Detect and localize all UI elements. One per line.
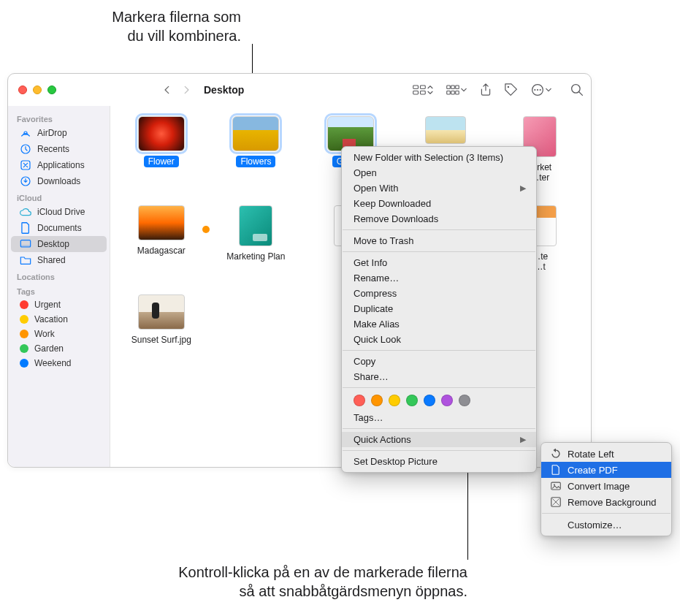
ctx-tags[interactable]: Tags… xyxy=(342,410,536,425)
quick-actions-submenu: Rotate Left Create PDF Convert Image Rem… xyxy=(540,442,672,536)
sidebar-tag-urgent[interactable]: Urgent xyxy=(11,297,107,312)
sidebar-header-favorites: Favorites xyxy=(8,110,110,125)
rotate-left-icon xyxy=(550,448,562,460)
desktop-icon xyxy=(20,238,31,250)
tag-color-gray[interactable] xyxy=(459,395,470,406)
nav-arrows xyxy=(158,81,195,99)
separator xyxy=(343,350,535,351)
sidebar-item-iclouddrive[interactable]: iCloud Drive xyxy=(11,204,107,220)
blank-icon xyxy=(550,519,562,531)
file-name: Marketing Plan xyxy=(222,251,289,262)
file-item-flower[interactable]: Flower xyxy=(118,116,205,183)
group-icon[interactable] xyxy=(446,85,467,95)
folder-icon xyxy=(20,254,31,266)
sidebar-item-shared[interactable]: Shared xyxy=(11,252,107,268)
minimize-button[interactable] xyxy=(33,85,42,94)
cloud-icon xyxy=(20,206,31,218)
sidebar-item-applications[interactable]: Applications xyxy=(11,157,107,173)
sm-rotate-left[interactable]: Rotate Left xyxy=(541,446,671,462)
tag-color-green[interactable] xyxy=(406,395,418,406)
sidebar-label: Documents xyxy=(37,223,82,233)
separator xyxy=(542,513,671,514)
chevron-right-icon: ▶ xyxy=(520,435,526,444)
svg-rect-4 xyxy=(447,85,451,89)
svg-point-12 xyxy=(534,88,535,90)
tag-color-yellow[interactable] xyxy=(389,395,400,406)
sidebar-tag-weekend[interactable]: Weekend xyxy=(11,356,107,370)
ctx-rename[interactable]: Rename… xyxy=(342,270,536,286)
forward-button[interactable] xyxy=(177,81,195,99)
ctx-share[interactable]: Share… xyxy=(342,369,536,384)
chevron-right-icon: ▶ xyxy=(520,183,526,193)
separator xyxy=(343,450,535,451)
sidebar-tag-vacation[interactable]: Vacation xyxy=(11,312,107,327)
file-item-surf[interactable]: Sunset Surf.jpg xyxy=(118,294,205,346)
sm-create-pdf[interactable]: Create PDF xyxy=(541,462,671,478)
sidebar-item-recents[interactable]: Recents xyxy=(11,141,107,157)
sm-remove-background[interactable]: Remove Background xyxy=(541,494,671,510)
tag-color-red[interactable] xyxy=(354,395,365,406)
file-thumb xyxy=(239,205,272,246)
ctx-keep-downloaded[interactable]: Keep Downloaded xyxy=(342,196,536,211)
clock-icon xyxy=(20,143,31,155)
tag-color-blue[interactable] xyxy=(424,395,435,406)
file-thumb xyxy=(138,205,185,240)
close-button[interactable] xyxy=(18,85,27,94)
callout-top: Markera filerna som du vill kombinera. xyxy=(51,7,241,45)
more-icon[interactable] xyxy=(531,83,551,96)
svg-rect-0 xyxy=(413,85,419,89)
view-icon[interactable] xyxy=(413,85,433,95)
sidebar-item-airdrop[interactable]: AirDrop xyxy=(11,125,107,141)
sidebar-tag-work[interactable]: Work xyxy=(11,327,107,341)
document-icon xyxy=(20,222,31,234)
file-thumb xyxy=(425,116,466,144)
sidebar-label: Vacation xyxy=(34,314,68,324)
tag-color-purple[interactable] xyxy=(441,395,453,406)
tag-color-orange[interactable] xyxy=(371,395,383,406)
sm-customize[interactable]: Customize… xyxy=(541,517,671,533)
back-button[interactable] xyxy=(158,81,176,99)
sm-convert-image[interactable]: Convert Image xyxy=(541,478,671,494)
sidebar: Favorites AirDrop Recents Applications D… xyxy=(8,106,110,467)
window-controls xyxy=(18,85,56,94)
ctx-open-with[interactable]: Open With▶ xyxy=(342,180,536,196)
ctx-quick-actions[interactable]: Quick Actions▶ xyxy=(342,432,536,447)
sidebar-tag-garden[interactable]: Garden xyxy=(11,341,107,356)
svg-rect-6 xyxy=(456,85,459,89)
ctx-remove-downloads[interactable]: Remove Downloads xyxy=(342,211,536,227)
file-item-madagascar[interactable]: Madagascar xyxy=(118,205,205,273)
ctx-move-to-trash[interactable]: Move to Trash xyxy=(342,233,536,248)
ctx-get-info[interactable]: Get Info xyxy=(342,255,536,270)
file-item-marketing[interactable]: Marketing Plan xyxy=(213,205,300,273)
file-name: Flowers xyxy=(236,156,275,167)
svg-point-13 xyxy=(537,88,538,90)
file-item-flowers[interactable]: Flowers xyxy=(213,116,300,183)
ctx-copy[interactable]: Copy xyxy=(342,354,536,369)
sidebar-header-locations: Locations xyxy=(8,268,110,283)
sidebar-label: Garden xyxy=(34,343,64,354)
search-icon[interactable] xyxy=(570,83,584,96)
tag-dot xyxy=(20,344,28,353)
ctx-duplicate[interactable]: Duplicate xyxy=(342,301,536,316)
sidebar-item-desktop[interactable]: Desktop xyxy=(11,236,107,252)
separator xyxy=(343,229,535,230)
ctx-quick-look[interactable]: Quick Look xyxy=(342,332,536,347)
ctx-open[interactable]: Open xyxy=(342,165,536,180)
remove-bg-icon xyxy=(550,496,562,508)
share-icon[interactable] xyxy=(480,83,492,96)
ctx-make-alias[interactable]: Make Alias xyxy=(342,316,536,332)
callout-top-line2: du vill kombinera. xyxy=(51,26,241,45)
tag-icon[interactable] xyxy=(505,83,518,96)
ctx-new-folder[interactable]: New Folder with Selection (3 Items) xyxy=(342,150,536,165)
sidebar-item-downloads[interactable]: Downloads xyxy=(11,173,107,189)
file-thumb xyxy=(138,116,185,151)
callout-bottom: Kontroll-klicka på en av de markerade fi… xyxy=(44,563,467,601)
ctx-compress[interactable]: Compress xyxy=(342,286,536,301)
sidebar-item-documents[interactable]: Documents xyxy=(11,220,107,236)
ctx-set-desktop[interactable]: Set Desktop Picture xyxy=(342,454,536,469)
zoom-button[interactable] xyxy=(47,85,56,94)
tag-dot xyxy=(20,330,28,338)
tag-dot xyxy=(20,359,28,368)
sidebar-label: Weekend xyxy=(34,358,71,368)
sidebar-header-icloud: iCloud xyxy=(8,189,110,204)
